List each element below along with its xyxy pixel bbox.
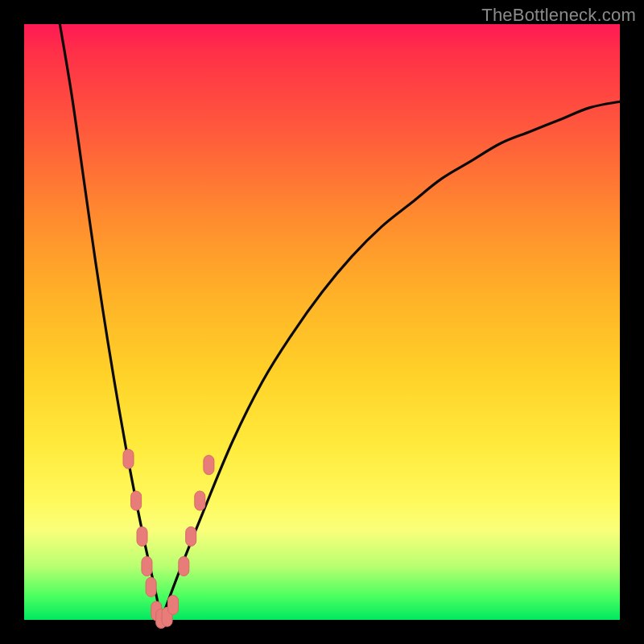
- data-marker: [131, 491, 142, 510]
- data-marker: [168, 596, 179, 615]
- chart-frame: TheBottleneck.com: [0, 0, 644, 644]
- data-marker: [146, 577, 156, 597]
- data-marker: [204, 456, 214, 475]
- plot-area: [24, 24, 620, 620]
- data-marker: [123, 449, 134, 469]
- data-marker: [195, 491, 205, 510]
- data-marker: [186, 526, 196, 546]
- marker-group: [123, 449, 214, 628]
- data-marker: [137, 526, 147, 546]
- watermark-text: TheBottleneck.com: [481, 5, 636, 26]
- data-marker: [142, 556, 152, 576]
- data-marker: [179, 556, 189, 576]
- curve-layer: [24, 24, 620, 620]
- curve-right-branch: [161, 101, 620, 620]
